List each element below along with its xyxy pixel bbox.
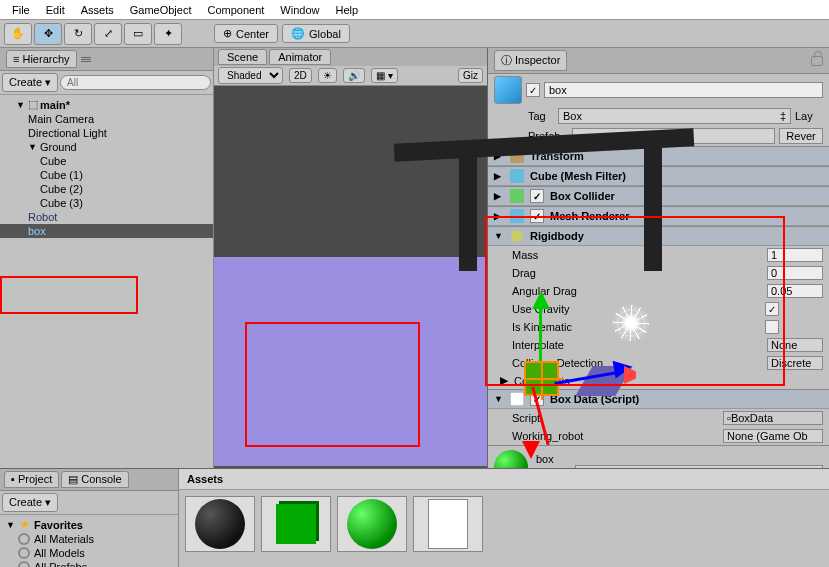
pivot-toggle[interactable]: ⊕Center [214,24,278,43]
shader-dropdown[interactable]: Standard [575,465,823,468]
annotation-highlight [0,276,138,314]
collider-icon [510,189,524,203]
favorites-root[interactable]: ▼★Favorites [0,517,178,532]
material-thumb-icon [347,499,397,549]
shading-mode-dropdown[interactable]: Shaded [218,67,283,84]
hierarchy-panel: ≡ Hierarchy Create ▾ ▼⬚ main* Main Camer… [0,48,214,468]
asset-thumbnail[interactable] [337,496,407,552]
mode-2d-toggle[interactable]: 2D [289,68,312,83]
svg-rect-1 [510,169,524,183]
menubar: File Edit Assets GameObject Component Wi… [0,0,829,20]
menu-component[interactable]: Component [199,4,272,16]
scene-tab[interactable]: Scene [218,49,267,65]
layer-label: Lay [795,110,823,122]
svg-rect-5 [510,392,524,406]
hierarchy-item-box[interactable]: box [0,224,213,238]
hierarchy-item-main-camera[interactable]: Main Camera [0,112,213,126]
project-tab[interactable]: ▪ Project [4,471,59,488]
scene-geometry [459,141,477,271]
active-checkbox[interactable]: ✓ [526,83,540,97]
project-panel: ▪ Project ▤ Console Create ▾ ▼★Favorites… [0,468,829,567]
annotation-highlight [245,322,420,447]
prefab-revert-button[interactable]: Rever [779,128,823,144]
console-tab[interactable]: ▤ Console [61,471,128,488]
hand-tool[interactable]: ✋ [4,23,32,45]
material-name: box [536,453,823,465]
hierarchy-create-button[interactable]: Create ▾ [2,73,58,92]
shader-label: Shader [536,467,571,468]
tag-dropdown[interactable]: Box‡ [558,108,791,124]
scene-toolbar: Shaded 2D ☀ 🔊 ▦ ▾ Giz [214,66,487,86]
working-robot-field[interactable]: None (Game Ob [723,429,823,443]
material-thumb-icon [195,499,245,549]
asset-grid [179,490,829,558]
hierarchy-tab[interactable]: ≡ Hierarchy [6,50,77,68]
search-icon [18,561,30,567]
asset-thumbnail[interactable] [185,496,255,552]
file-thumb-icon [428,499,468,549]
svg-rect-2 [510,189,524,203]
favorites-all-models[interactable]: All Models [0,546,178,560]
menu-assets[interactable]: Assets [73,4,122,16]
tag-label: Tag [528,110,554,122]
scale-tool[interactable]: ⤢ [94,23,122,45]
menu-file[interactable]: File [4,4,38,16]
menu-gameobject[interactable]: GameObject [122,4,200,16]
mesh-icon [510,169,524,183]
assets-breadcrumb[interactable]: Assets [179,469,829,490]
asset-thumbnail[interactable] [261,496,331,552]
script-icon [510,392,524,406]
favorites-all-prefabs[interactable]: All Prefabs [0,560,178,567]
gameobject-icon[interactable] [494,76,522,104]
panel-menu-icon[interactable] [81,57,91,62]
rotate-tool[interactable]: ↻ [64,23,92,45]
script-field[interactable]: ▫BoxData [723,411,823,425]
hierarchy-item-cube3[interactable]: Cube (3) [0,196,213,210]
hierarchy-item-cube1[interactable]: Cube (1) [0,168,213,182]
lighting-toggle[interactable]: ☀ [318,68,337,83]
object-name-field[interactable] [544,82,823,98]
inspector-tab[interactable]: ⓘ Inspector [494,50,567,71]
favorites-all-materials[interactable]: All Materials [0,532,178,546]
gizmos-dropdown[interactable]: Giz [458,68,483,83]
animator-tab[interactable]: Animator [269,49,331,65]
hierarchy-search-input[interactable] [60,75,211,90]
menu-help[interactable]: Help [327,4,366,16]
z-axis-cone-icon[interactable] [522,441,540,459]
audio-toggle[interactable]: 🔊 [343,68,365,83]
main-toolbar: ✋ ✥ ↻ ⤢ ▭ ✦ ⊕Center 🌐Global [0,20,829,48]
search-icon [18,547,30,559]
lock-icon[interactable] [811,56,823,66]
menu-edit[interactable]: Edit [38,4,73,16]
menu-window[interactable]: Window [272,4,327,16]
prefab-thumb-icon [276,504,316,544]
annotation-highlight [485,216,785,386]
hierarchy-item-cube[interactable]: Cube [0,154,213,168]
fx-toggle[interactable]: ▦ ▾ [371,68,398,83]
space-toggle[interactable]: 🌐Global [282,24,350,43]
collider-enabled-checkbox[interactable]: ✓ [530,189,544,203]
hierarchy-item-robot[interactable]: Robot [0,210,213,224]
move-tool[interactable]: ✥ [34,23,62,45]
scene-root[interactable]: ▼⬚ main* [0,97,213,112]
rect-tool[interactable]: ▭ [124,23,152,45]
project-create-button[interactable]: Create ▾ [2,493,58,512]
hierarchy-item-cube2[interactable]: Cube (2) [0,182,213,196]
transform-tool[interactable]: ✦ [154,23,182,45]
hierarchy-item-ground[interactable]: ▼Ground [0,140,213,154]
asset-thumbnail[interactable] [413,496,483,552]
search-icon [18,533,30,545]
hierarchy-item-directional-light[interactable]: Directional Light [0,126,213,140]
